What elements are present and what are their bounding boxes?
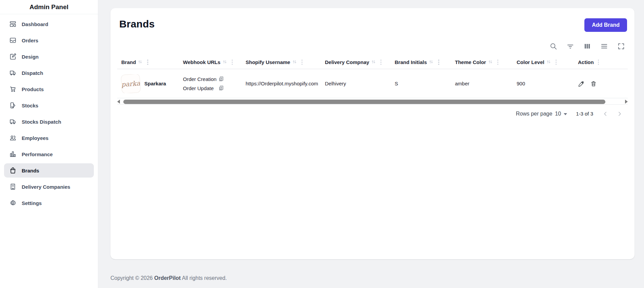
sort-icon[interactable] — [546, 59, 552, 66]
column-menu-icon[interactable] — [302, 60, 303, 65]
column-menu-icon[interactable] — [438, 60, 439, 65]
shopping-bag-icon — [9, 166, 17, 174]
delete-icon[interactable] — [590, 80, 597, 87]
sidebar-item-label: Design — [22, 54, 39, 60]
sidebar-item-stocks[interactable]: Stocks — [4, 98, 94, 112]
next-page-icon[interactable] — [616, 110, 623, 117]
add-brand-button[interactable]: Add Brand — [584, 18, 627, 32]
sidebar-item-label: Products — [22, 86, 44, 92]
main-content: Brands Add Brand — [98, 0, 644, 288]
sidebar-item-dashboard[interactable]: Dashboard — [4, 17, 94, 31]
column-menu-icon[interactable] — [380, 60, 382, 65]
brand-cell: parka Sparkara — [117, 74, 179, 93]
fullscreen-icon[interactable] — [616, 41, 626, 52]
column-menu-icon[interactable] — [497, 60, 499, 65]
bar-chart-icon — [9, 150, 17, 158]
app-root: Admin Panel DashboardOrdersDesignDispatc… — [0, 0, 644, 288]
column-header-label: Brand Initials — [395, 59, 427, 65]
color-level-cell: 900 — [513, 81, 574, 86]
sidebar-nav: DashboardOrdersDesignDispatchProductsSto… — [0, 14, 98, 215]
theme-color-cell: amber — [451, 81, 513, 86]
rows-per-page-select[interactable]: Rows per page 10 — [516, 111, 567, 117]
brand-initials-cell: S — [391, 81, 451, 86]
webhook-urls-cell: Order Creation Order Update — [179, 76, 242, 91]
pagination-bar: Rows per page 10 1-3 of 3 — [117, 104, 628, 123]
sidebar-item-employees[interactable]: Employees — [4, 131, 94, 145]
table-header-row: BrandWebhook URLsShopify UsernameDeliver… — [117, 56, 628, 69]
column-header-label: Action — [578, 59, 594, 65]
page-title: Brands — [119, 18, 155, 30]
horizontal-scrollbar — [117, 99, 628, 104]
brand-name: Sparkara — [144, 81, 166, 86]
sidebar-item-label: Dashboard — [22, 21, 48, 27]
edit-icon[interactable] — [578, 80, 585, 87]
sidebar-item-products[interactable]: Products — [4, 82, 94, 96]
column-header-label: Delivery Compnay — [325, 59, 369, 65]
sidebar-item-label: Employees — [22, 135, 48, 141]
scrollbar-track[interactable] — [123, 100, 622, 104]
footer-brand: OrderPilot — [154, 275, 181, 281]
column-header-delivery-compnay[interactable]: Delivery Compnay — [321, 59, 391, 66]
people-icon — [9, 134, 17, 142]
sort-icon[interactable] — [371, 59, 376, 66]
sort-icon[interactable] — [137, 59, 143, 66]
copyright-text: Copyright © 2026 OrderPilot All rights r… — [110, 275, 227, 281]
webhook-label: Order Creation — [183, 76, 218, 82]
sidebar-item-performance[interactable]: Performance — [4, 147, 94, 161]
sidebar-item-delivery-companies[interactable]: Delivery Companies — [4, 180, 94, 194]
dashboard-icon — [9, 20, 17, 28]
sort-icon[interactable] — [292, 59, 297, 66]
filter-icon[interactable] — [565, 41, 576, 52]
column-header-label: Theme Color — [455, 59, 486, 65]
sidebar-item-brands[interactable]: Brands — [4, 163, 94, 178]
copy-icon[interactable] — [218, 76, 224, 82]
swatch-icon — [9, 101, 17, 109]
brands-card: Brands Add Brand — [110, 8, 635, 259]
sidebar-item-label: Dispatch — [22, 70, 43, 76]
search-icon[interactable] — [548, 41, 559, 52]
sidebar: Admin Panel DashboardOrdersDesignDispatc… — [0, 0, 98, 288]
brand-logo: parka — [121, 74, 141, 93]
sidebar-item-label: Settings — [22, 200, 42, 206]
previous-page-icon[interactable] — [602, 110, 609, 117]
rows-per-page-label: Rows per page — [516, 111, 553, 117]
sidebar-item-stocks-dispatch[interactable]: Stocks Dispatch — [4, 115, 94, 129]
column-menu-icon[interactable] — [556, 60, 557, 65]
sort-icon[interactable] — [222, 59, 228, 66]
sidebar-item-design[interactable]: Design — [4, 49, 94, 64]
column-header-action[interactable]: Action — [574, 59, 628, 65]
sidebar-item-label: Stocks — [22, 103, 38, 108]
sidebar-item-orders[interactable]: Orders — [4, 33, 94, 47]
truck-icon — [9, 69, 17, 77]
datagrid-toolbar — [117, 41, 628, 52]
column-header-color-level[interactable]: Color Level — [513, 59, 574, 66]
chevron-down-icon — [564, 113, 567, 115]
column-header-theme-color[interactable]: Theme Color — [451, 59, 513, 66]
density-icon[interactable] — [599, 41, 609, 52]
sidebar-item-dispatch[interactable]: Dispatch — [4, 66, 94, 80]
column-menu-icon[interactable] — [232, 60, 233, 65]
delivery-company-cell: Delhivery — [321, 81, 391, 86]
sidebar-item-label: Delivery Companies — [22, 184, 70, 190]
column-header-brand[interactable]: Brand — [117, 59, 179, 66]
sidebar-item-settings[interactable]: Settings — [4, 196, 94, 210]
copy-icon[interactable] — [218, 85, 224, 91]
shopify-username-cell: https://Orderpilot.myshopify.com — [242, 81, 321, 86]
sidebar-item-label: Performance — [22, 151, 53, 157]
gear-icon — [9, 199, 17, 207]
column-header-brand-initials[interactable]: Brand Initials — [391, 59, 451, 66]
rows-per-page-value: 10 — [555, 111, 561, 117]
scrollbar-thumb[interactable] — [123, 100, 605, 104]
column-header-label: Webhook URLs — [183, 59, 221, 65]
column-menu-icon[interactable] — [147, 60, 148, 65]
action-cell — [574, 80, 628, 87]
columns-icon[interactable] — [582, 41, 593, 52]
sidebar-item-label: Orders — [22, 38, 38, 43]
column-header-webhook-urls[interactable]: Webhook URLs — [179, 59, 242, 66]
building-icon — [9, 183, 17, 191]
column-menu-icon[interactable] — [598, 60, 599, 65]
column-header-shopify-username[interactable]: Shopify Username — [242, 59, 321, 66]
sort-icon[interactable] — [487, 59, 493, 66]
webhook-label: Order Update — [183, 85, 218, 91]
sort-icon[interactable] — [428, 59, 434, 66]
